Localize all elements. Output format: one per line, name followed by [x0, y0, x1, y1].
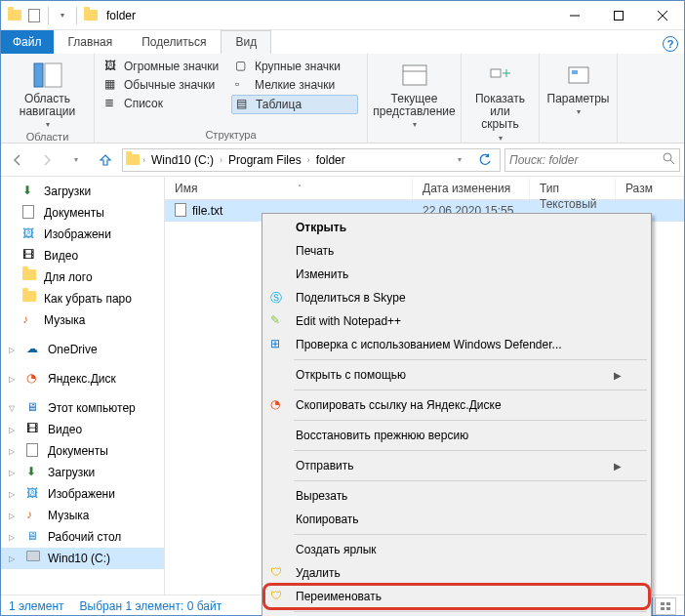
ctx-defender[interactable]: ⊞Проверка с использованием Windows Defen… — [264, 333, 649, 356]
music-icon: ♪ — [26, 508, 42, 523]
sidebar-item-documents[interactable]: Документы — [1, 202, 164, 224]
sidebar-item-pc-desktop[interactable]: 🖥Рабочий стол — [1, 526, 164, 548]
sidebar-item-how-remove[interactable]: Как убрать паро — [1, 288, 164, 309]
minimize-button[interactable] — [552, 1, 596, 29]
yandex-disk-icon: ◔ — [26, 371, 42, 387]
svg-rect-4 — [34, 63, 43, 87]
show-hide-button[interactable]: Показать или скрыть▾ — [467, 58, 533, 144]
videos-icon: 🎞 — [26, 422, 42, 437]
sidebar-item-pc-downloads[interactable]: ⬇Загрузки — [1, 462, 164, 483]
ctx-edit[interactable]: Изменить — [264, 263, 649, 286]
small-icons-option[interactable]: ▫Мелкие значки — [231, 76, 358, 94]
sidebar-item-for-logo[interactable]: Для лого — [1, 267, 164, 288]
col-date[interactable]: Дата изменения — [413, 177, 530, 199]
breadcrumb-seg-2[interactable]: folder — [312, 153, 349, 167]
current-view-button[interactable]: Текущее представление▾ — [369, 58, 459, 131]
svg-point-11 — [664, 153, 671, 161]
tab-share[interactable]: Поделиться — [127, 30, 221, 54]
ribbon-group-layout-label: Структура — [101, 129, 361, 143]
downloads-icon: ⬇ — [22, 184, 38, 199]
ctx-cut[interactable]: Вырезать — [264, 484, 649, 508]
sidebar-item-this-pc[interactable]: 🖥Этот компьютер — [1, 397, 164, 419]
file-name: file.txt — [192, 204, 222, 218]
ctx-open-with[interactable]: Открыть с помощью▶ — [264, 363, 649, 387]
huge-icons-option[interactable]: 🖼Огромные значки — [101, 58, 227, 75]
close-button[interactable] — [640, 1, 684, 29]
txt-file-icon — [175, 203, 186, 220]
ribbon: Область навигации▾ Области 🖼Огромные зна… — [1, 54, 684, 144]
small-icons-icon: ▫ — [235, 77, 251, 93]
sidebar-item-pictures[interactable]: 🖼Изображени — [1, 224, 164, 245]
tab-file[interactable]: Файл — [1, 30, 54, 54]
shield-icon: 🛡 — [270, 589, 286, 604]
recent-button[interactable]: ▾ — [63, 147, 89, 173]
defender-icon: ⊞ — [270, 337, 286, 352]
ctx-shortcut[interactable]: Создать ярлык — [264, 538, 649, 561]
sidebar-item-pc-videos[interactable]: 🎞Видео — [1, 419, 164, 440]
window-title: folder — [106, 9, 136, 22]
refresh-button[interactable] — [472, 147, 498, 173]
svg-rect-5 — [45, 63, 61, 87]
svg-rect-8 — [491, 69, 501, 77]
documents-icon — [26, 443, 42, 459]
up-button[interactable] — [93, 147, 118, 173]
options-button[interactable]: Параметры▾ — [544, 58, 614, 118]
nav-pane-button[interactable]: Область навигации▾ — [7, 58, 88, 131]
list-option[interactable]: ≣Список — [101, 95, 227, 112]
ctx-send-to[interactable]: Отправить▶ — [264, 454, 649, 477]
search-box[interactable] — [504, 148, 680, 172]
ctx-print[interactable]: Печать — [264, 239, 649, 263]
sidebar[interactable]: ⬇Загрузки Документы 🖼Изображени 🎞Видео Д… — [1, 177, 165, 595]
maximize-button[interactable] — [596, 1, 640, 29]
sort-indicator-icon: ˄ — [298, 184, 302, 192]
sidebar-item-downloads[interactable]: ⬇Загрузки — [1, 181, 164, 202]
sidebar-item-videos[interactable]: 🎞Видео — [1, 245, 164, 267]
qat-dropdown-icon[interactable]: ▾ — [55, 8, 70, 23]
col-type[interactable]: Тип — [530, 177, 616, 199]
ctx-notepad[interactable]: ✎Edit with Notepad++ — [264, 309, 649, 333]
addr-dropdown-icon[interactable]: ▾ — [447, 147, 472, 173]
tab-home[interactable]: Главная — [54, 30, 128, 54]
sidebar-item-onedrive[interactable]: ☁OneDrive — [1, 339, 164, 360]
help-button[interactable]: ? — [663, 36, 678, 52]
search-input[interactable] — [509, 153, 658, 167]
icons-view-button[interactable] — [655, 597, 676, 615]
breadcrumb-seg-1[interactable]: Program Files — [224, 153, 305, 167]
ctx-restore[interactable]: Восстановить прежнюю версию — [264, 424, 649, 447]
svg-rect-1 — [614, 11, 623, 20]
sidebar-item-music[interactable]: ♪Музыка — [1, 309, 164, 331]
tab-view[interactable]: Вид — [221, 30, 271, 54]
address-bar[interactable]: › Wind10 (C:) › Program Files › folder ▾ — [122, 148, 501, 172]
ctx-delete[interactable]: 🛡Удалить — [264, 561, 649, 585]
ribbon-group-areas-label: Области — [7, 131, 88, 144]
sidebar-item-pc-pictures[interactable]: 🖼Изображени — [1, 483, 164, 505]
folder-icon — [7, 8, 22, 23]
forward-button[interactable] — [34, 147, 60, 173]
large-icons-icon: ▢ — [235, 59, 251, 74]
large-icons-option[interactable]: ▢Крупные значки — [231, 58, 358, 75]
sidebar-item-pc-music[interactable]: ♪Музыка — [1, 505, 164, 526]
col-size[interactable]: Разм — [616, 177, 684, 199]
ctx-skype[interactable]: ⓈПоделиться в Skype — [264, 286, 649, 309]
current-view-icon — [399, 60, 430, 91]
sidebar-item-pc-documents[interactable]: Документы — [1, 440, 164, 462]
documents-icon — [22, 205, 38, 221]
pictures-icon: 🖼 — [22, 226, 38, 242]
ctx-open[interactable]: Открыть — [264, 216, 649, 239]
normal-icons-option[interactable]: ▦Обычные значки — [101, 76, 227, 94]
list-icon: ≣ — [104, 96, 120, 111]
col-name[interactable]: Имя˄ — [165, 177, 413, 199]
svg-rect-16 — [661, 602, 665, 605]
sidebar-item-yandex[interactable]: ◔Яндекс.Диск — [1, 368, 164, 390]
ctx-rename[interactable]: 🛡Переименовать — [264, 585, 649, 608]
back-button[interactable] — [5, 147, 30, 173]
show-hide-icon — [485, 60, 516, 91]
ctx-copy[interactable]: Копировать — [264, 508, 649, 531]
sidebar-item-pc-disk[interactable]: Wind10 (C:) — [1, 548, 164, 569]
disk-icon — [26, 551, 42, 566]
folder-icon — [22, 291, 38, 307]
table-option[interactable]: ▤Таблица — [231, 95, 358, 114]
breadcrumb-seg-0[interactable]: Wind10 (C:) — [147, 153, 218, 167]
ctx-yandex-copy[interactable]: ◔Скопировать ссылку на Яндекс.Диске — [264, 393, 649, 417]
props-icon[interactable] — [26, 8, 42, 23]
